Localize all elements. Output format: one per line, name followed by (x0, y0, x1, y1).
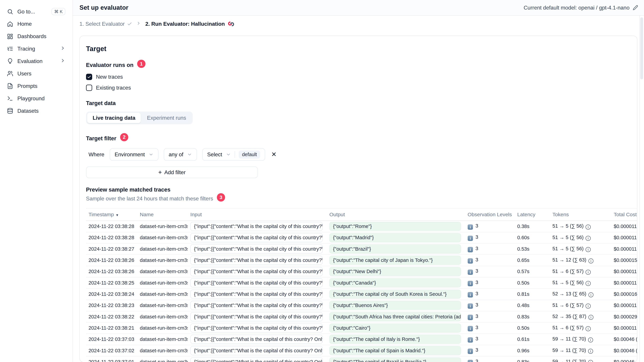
column-header-tokens[interactable]: Tokens (550, 212, 611, 217)
cell-output[interactable]: {"output":"The capital of Spain is Madri… (327, 346, 465, 355)
output-value-box[interactable]: {"output":"South Africa has three capita… (329, 312, 461, 321)
sidebar-item-datasets[interactable]: Datasets (4, 105, 68, 117)
cell-input[interactable]: {"input":[{"content":"What is the capita… (188, 335, 327, 344)
info-icon[interactable]: i (588, 259, 594, 263)
output-value-box[interactable]: {"output":"The capital of Brazil is Bras… (329, 358, 461, 362)
cell-input[interactable]: {"input":[{"content":"What is the capita… (188, 222, 327, 231)
existing-traces-checkbox[interactable] (86, 85, 92, 91)
cell-output[interactable]: {"output":"Buenos Aires"} (327, 301, 465, 310)
input-value-box[interactable]: {"input":[{"content":"What is the capita… (190, 256, 323, 265)
column-header-input[interactable]: Input (188, 212, 327, 217)
output-value-box[interactable]: {"output":"The capital of Spain is Madri… (329, 346, 461, 355)
column-header-timestamp[interactable]: Timestamp▼ (86, 212, 137, 217)
sidebar-item-prompts[interactable]: Prompts (4, 80, 68, 92)
cell-input[interactable]: {"input":[{"content":"What is the capita… (188, 290, 327, 299)
sidebar-item-users[interactable]: Users (4, 67, 68, 80)
output-value-box[interactable]: {"output":"Madrid"} (329, 233, 461, 242)
cell-output[interactable]: {"output":"Brazil"} (327, 244, 465, 253)
table-row[interactable]: 2024-11-22 03:38:23dataset-run-item-cm3s… (86, 300, 637, 311)
cell-input[interactable]: {"input":[{"content":"What is the capita… (188, 233, 327, 242)
cell-output[interactable]: {"output":"South Africa has three capita… (327, 312, 465, 321)
remove-filter-button[interactable]: ✕ (270, 151, 277, 159)
table-row[interactable]: 2024-11-22 03:38:21dataset-run-item-cm3s… (86, 323, 637, 334)
cell-output[interactable]: {"output":"New Delhi"} (327, 267, 465, 276)
output-value-box[interactable]: {"output":"Buenos Aires"} (329, 301, 461, 310)
cell-output[interactable]: {"output":"The capital of Italy is Rome.… (327, 335, 465, 344)
info-icon[interactable]: i (588, 360, 593, 362)
input-value-box[interactable]: {"input":[{"content":"What is the capita… (190, 244, 323, 253)
column-header-output[interactable]: Output (327, 212, 465, 217)
info-icon[interactable]: i (586, 304, 590, 309)
output-value-box[interactable]: {"output":"The capital city of South Kor… (329, 290, 461, 299)
scrollbar-thumb[interactable] (640, 17, 643, 79)
info-icon[interactable]: i (588, 349, 593, 354)
info-icon[interactable]: i (586, 225, 590, 230)
cell-input[interactable]: {"input":[{"content":"What is the capita… (188, 358, 327, 362)
info-icon[interactable]: i (586, 247, 590, 252)
column-header-observation-levels[interactable]: Observation Levels (465, 212, 515, 217)
cell-input[interactable]: {"input":[{"content":"What is the capita… (188, 278, 327, 287)
input-value-box[interactable]: {"input":[{"content":"What is the capita… (190, 335, 323, 344)
cell-input[interactable]: {"input":[{"content":"What is the capita… (188, 244, 327, 253)
table-row[interactable]: 2024-11-22 03:37:03dataset-run-item-cm3s… (86, 334, 637, 345)
sidebar-item-playground[interactable]: Playground (4, 92, 68, 105)
cell-output[interactable]: {"output":"Rome"} (327, 222, 465, 231)
info-icon[interactable]: i (588, 338, 593, 343)
info-icon[interactable]: i (586, 270, 590, 275)
output-value-box[interactable]: {"output":"The capital of Italy is Rome.… (329, 335, 461, 344)
filter-value-select[interactable]: Select default (202, 148, 265, 161)
input-value-box[interactable]: {"input":[{"content":"What is the capita… (190, 324, 323, 333)
input-value-box[interactable]: {"input":[{"content":"What is the capita… (190, 278, 323, 287)
page-scrollbar[interactable] (640, 16, 644, 362)
sidebar-item-tracing[interactable]: Tracing (4, 42, 68, 55)
output-value-box[interactable]: {"output":"Rome"} (329, 222, 461, 231)
cell-input[interactable]: {"input":[{"content":"What is the capita… (188, 256, 327, 265)
info-icon[interactable]: i (586, 281, 590, 286)
info-icon[interactable]: i (586, 326, 590, 331)
table-row[interactable]: 2024-11-22 03:38:28dataset-run-item-cm3s… (86, 232, 637, 244)
table-row[interactable]: 2024-11-22 03:38:28dataset-run-item-cm3s… (86, 221, 637, 232)
table-row[interactable]: 2024-11-22 03:38:22dataset-run-item-cm3s… (86, 311, 637, 323)
output-value-box[interactable]: {"output":"Cairo"} (329, 324, 461, 333)
cell-input[interactable]: {"input":[{"content":"What is the capita… (188, 267, 327, 276)
input-value-box[interactable]: {"input":[{"content":"What is the capita… (190, 222, 323, 231)
input-value-box[interactable]: {"input":[{"content":"What is the capita… (190, 290, 323, 299)
pencil-icon[interactable] (633, 5, 638, 10)
goto-search[interactable]: Go to... ⌘ K (4, 5, 68, 18)
input-value-box[interactable]: {"input":[{"content":"What is the capita… (190, 233, 323, 242)
tab-live-tracing-data[interactable]: Live tracing data (87, 113, 141, 123)
cell-output[interactable]: {"output":"The capital of Brazil is Bras… (327, 358, 465, 362)
cell-output[interactable]: {"output":"Cairo"} (327, 324, 465, 333)
sidebar-item-evaluation[interactable]: Evaluation (4, 55, 68, 67)
breadcrumb-step-1[interactable]: 1. Select Evaluator (80, 21, 132, 27)
cell-input[interactable]: {"input":[{"content":"What is the capita… (188, 301, 327, 310)
cell-output[interactable]: {"output":"The capital city of Japan is … (327, 256, 465, 265)
cell-input[interactable]: {"input":[{"content":"What is the capita… (188, 312, 327, 321)
filter-column-select[interactable]: Environment (110, 148, 158, 161)
cell-output[interactable]: {"output":"The capital city of South Kor… (327, 290, 465, 299)
input-value-box[interactable]: {"input":[{"content":"What is the capita… (190, 267, 323, 276)
cell-input[interactable]: {"input":[{"content":"What is the capita… (188, 346, 327, 355)
table-row[interactable]: 2024-11-22 03:38:24dataset-run-item-cm3s… (86, 289, 637, 300)
cell-input[interactable]: {"input":[{"content":"What is the capita… (188, 324, 327, 333)
info-icon[interactable]: i (588, 315, 594, 320)
sidebar-item-dashboards[interactable]: Dashboards (4, 30, 68, 42)
add-filter-button[interactable]: + Add filter (86, 167, 258, 178)
tab-experiment-runs[interactable]: Experiment runs (142, 113, 192, 123)
table-row[interactable]: 2024-11-22 03:38:27dataset-run-item-cm3s… (86, 244, 637, 255)
info-icon[interactable]: i (586, 236, 590, 241)
table-row[interactable]: 2024-11-22 03:37:02dataset-run-item-cm3s… (86, 345, 637, 357)
output-value-box[interactable]: {"output":"New Delhi"} (329, 267, 461, 276)
input-value-box[interactable]: {"input":[{"content":"What is the capita… (190, 346, 323, 355)
table-row[interactable]: 2024-11-22 03:38:25dataset-run-item-cm3s… (86, 277, 637, 289)
output-value-box[interactable]: {"output":"Brazil"} (329, 244, 461, 253)
column-header-name[interactable]: Name (137, 212, 188, 217)
table-row[interactable]: 2024-11-22 03:37:01dataset-run-item-cm3s… (86, 357, 637, 362)
info-icon[interactable]: i (588, 292, 594, 297)
output-value-box[interactable]: {"output":"Canada"} (329, 278, 461, 287)
input-value-box[interactable]: {"input":[{"content":"What is the capita… (190, 301, 323, 310)
input-value-box[interactable]: {"input":[{"content":"What is the capita… (190, 312, 323, 321)
input-value-box[interactable]: {"input":[{"content":"What is the capita… (190, 358, 323, 362)
sidebar-item-home[interactable]: Home (4, 18, 68, 30)
filter-operator-select[interactable]: any of (164, 148, 197, 161)
